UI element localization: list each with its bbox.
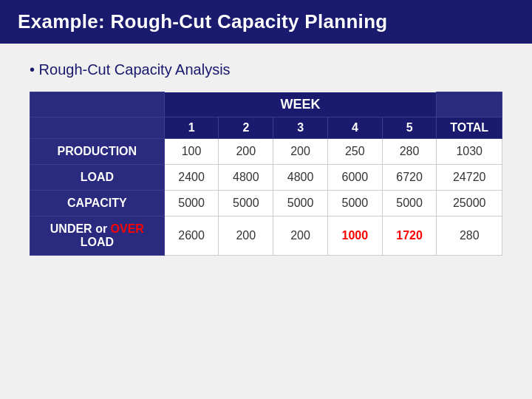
cap-val-2: 5000 xyxy=(219,190,273,216)
col-header-4: 4 xyxy=(327,117,382,138)
load-text: LOAD xyxy=(81,236,114,248)
col-header-5: 5 xyxy=(382,117,437,138)
load-val-1: 2400 xyxy=(164,164,219,190)
under-val-2: 200 xyxy=(219,216,273,255)
load-val-3: 4800 xyxy=(273,164,328,190)
content: • Rough-Cut Capacity Analysis WEEK xyxy=(0,44,532,399)
row-label-capacity: CAPACITY xyxy=(30,190,165,216)
table-row: CAPACITY 5000 5000 5000 5000 5000 25000 xyxy=(30,190,502,216)
slide: Example: Rough-Cut Capacity Planning • R… xyxy=(0,0,532,399)
row-label-load: LOAD xyxy=(30,164,165,190)
table-row: UNDER or OVER LOAD 2600 200 200 1000 172… xyxy=(30,216,502,255)
cap-val-4: 5000 xyxy=(327,190,382,216)
col-header-3: 3 xyxy=(273,117,328,138)
cap-val-5: 5000 xyxy=(382,190,437,216)
cap-val-3: 5000 xyxy=(273,190,328,216)
empty-corner xyxy=(30,92,165,117)
table-wrapper: WEEK 1 2 3 4 5 TOTAL xyxy=(30,92,502,256)
under-val-4: 1000 xyxy=(327,216,382,255)
col-header-2: 2 xyxy=(219,117,273,138)
load-val-total: 24720 xyxy=(437,164,502,190)
over-text: OVER xyxy=(111,222,144,235)
cap-val-1: 5000 xyxy=(164,190,219,216)
prod-val-5: 280 xyxy=(382,138,437,164)
load-val-2: 4800 xyxy=(219,164,273,190)
col-header-total: TOTAL xyxy=(437,117,502,138)
week-header: WEEK xyxy=(164,92,437,117)
under-val-5: 1720 xyxy=(382,216,437,255)
or-text: or xyxy=(95,222,110,235)
under-val-3: 200 xyxy=(273,216,328,255)
bullet-point: • Rough-Cut Capacity Analysis xyxy=(30,61,502,78)
row-label-production: PRODUCTION xyxy=(30,138,165,164)
prod-val-3: 200 xyxy=(273,138,328,164)
load-val-5: 6720 xyxy=(382,164,437,190)
under-text: UNDER xyxy=(50,222,95,235)
empty-label-row xyxy=(30,117,165,138)
title: Example: Rough-Cut Capacity Planning xyxy=(0,0,532,44)
prod-val-1: 100 xyxy=(164,138,219,164)
table-row: PRODUCTION 100 200 200 250 280 1030 xyxy=(30,138,502,164)
under-val-1: 2600 xyxy=(164,216,219,255)
empty-total-header xyxy=(437,92,502,117)
cap-val-total: 25000 xyxy=(437,190,502,216)
prod-val-total: 1030 xyxy=(437,138,502,164)
capacity-table: WEEK 1 2 3 4 5 TOTAL xyxy=(30,92,502,256)
load-val-4: 6000 xyxy=(327,164,382,190)
under-val-total: 280 xyxy=(437,216,502,255)
row-label-under-over: UNDER or OVER LOAD xyxy=(30,216,165,255)
prod-val-4: 250 xyxy=(327,138,382,164)
col-header-1: 1 xyxy=(164,117,219,138)
prod-val-2: 200 xyxy=(219,138,273,164)
table-row: LOAD 2400 4800 4800 6000 6720 24720 xyxy=(30,164,502,190)
